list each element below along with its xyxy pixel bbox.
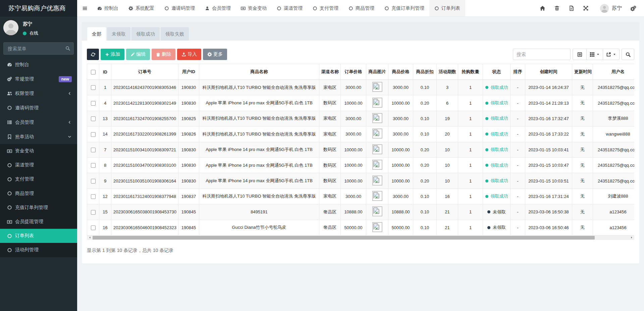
horizontal-scrollbar[interactable]: [87, 236, 634, 240]
column-header[interactable]: 商品折扣: [413, 64, 437, 80]
add-button[interactable]: 添加: [101, 49, 124, 60]
topbar-tab[interactable]: 商品管理: [343, 0, 379, 16]
sidebar-item[interactable]: 资金变动: [0, 144, 77, 158]
detail-view-button[interactable]: [573, 49, 587, 60]
new-badge: new: [59, 76, 72, 82]
column-header[interactable]: 渠道名称: [319, 64, 341, 80]
row-checkbox[interactable]: [91, 101, 96, 106]
column-header[interactable]: 用户ID: [178, 64, 199, 80]
sidebar-item[interactable]: 控制台: [0, 57, 77, 72]
sidebar-item[interactable]: 会员提现管理: [0, 215, 77, 229]
sidebar-item[interactable]: 渠道管理: [0, 158, 77, 172]
sidebar-item[interactable]: 充值订单列管理: [0, 201, 77, 215]
cell-product: 科沃斯扫地机器人T10 TURBO 智能全自动清洗 免洗尊享版: [199, 126, 319, 142]
sidebar-item[interactable]: 常规管理 new: [0, 72, 77, 86]
table-row[interactable]: 14 20230116173322001908261399 190826 科沃斯…: [87, 126, 635, 142]
table-row[interactable]: 12 20230116173124001908377948 190837 科沃斯…: [87, 189, 635, 204]
table-row[interactable]: 9 20230115100351001908306164 190830 Appl…: [87, 173, 635, 189]
status-label: 未领取: [493, 209, 506, 215]
menu-search-input[interactable]: [3, 42, 74, 55]
column-header[interactable]: 商品名称: [199, 64, 319, 80]
row-checkbox[interactable]: [91, 194, 96, 199]
filter-tab[interactable]: 领取失败: [161, 27, 189, 41]
refresh-button[interactable]: [87, 49, 99, 60]
export-button[interactable]: [603, 49, 620, 60]
sidebar-item[interactable]: 会员管理: [0, 115, 77, 129]
scrollbar-track[interactable]: [93, 236, 629, 240]
table-row[interactable]: 1 20230114162437001908305346 190830 科沃斯扫…: [87, 80, 635, 95]
topbar-tab[interactable]: 资金变动: [236, 0, 272, 16]
topbar-tab[interactable]: 支付管理: [308, 0, 343, 16]
scroll-right-arrow[interactable]: [629, 236, 634, 240]
table-row[interactable]: 4 20230114212813001908302149 190830 Appl…: [87, 95, 635, 111]
topbar-tab[interactable]: 系统配置: [123, 0, 159, 16]
edit-button[interactable]: 编辑: [126, 49, 150, 60]
sidebar-item[interactable]: 活动列管理: [0, 243, 77, 257]
broken-image-icon: [373, 161, 380, 168]
filter-tab[interactable]: 全部: [87, 27, 106, 41]
column-header[interactable]: ID: [99, 64, 111, 80]
sidebar-item[interactable]: 订单列表: [0, 229, 77, 243]
row-checkbox[interactable]: [91, 132, 96, 137]
row-checkbox[interactable]: [91, 85, 96, 90]
row-checkbox[interactable]: [91, 116, 96, 121]
topbar-tab[interactable]: 会员管理: [200, 0, 236, 16]
row-checkbox[interactable]: [91, 163, 96, 168]
scroll-left-arrow[interactable]: [87, 236, 93, 240]
column-header[interactable]: 商品图片: [366, 64, 388, 80]
sidebar-item[interactable]: 商品管理: [0, 187, 77, 201]
column-header[interactable]: 用户名: [593, 64, 635, 80]
filter-tab[interactable]: 未领取: [107, 27, 130, 41]
column-header[interactable]: 抢购数量: [458, 64, 483, 80]
table-row[interactable]: 16 20230306165046001908452323 190845 Guc…: [87, 220, 635, 235]
column-header[interactable]: 活动期数: [437, 64, 458, 80]
topbar-action-icon[interactable]: [579, 0, 593, 17]
row-checkbox[interactable]: [91, 148, 96, 152]
topbar-tab[interactable]: 邀请码管理: [159, 0, 200, 16]
column-header[interactable]: 商品价格: [388, 64, 413, 80]
product-image-placeholder: [372, 98, 382, 108]
topbar-tab-icon: [128, 6, 133, 11]
table-row[interactable]: 13 20230116173247001908255700 190825 科沃斯…: [87, 111, 635, 126]
column-header[interactable]: 订单价格: [341, 64, 366, 80]
topbar-action-icon[interactable]: [535, 0, 550, 17]
row-checkbox[interactable]: [91, 179, 96, 184]
table-row[interactable]: 7 20230115100341001908309721 190830 Appl…: [87, 142, 635, 157]
topbar-action-icon[interactable]: [564, 0, 579, 17]
scrollbar-thumb[interactable]: [93, 236, 595, 240]
sidebar-item[interactable]: 抢单活动: [0, 129, 77, 144]
column-header[interactable]: 排序: [511, 64, 525, 80]
select-all-checkbox[interactable]: [91, 70, 96, 74]
cell-channel: 奢品区: [319, 204, 341, 220]
row-select-cell: [87, 142, 99, 157]
sidebar-toggle-button[interactable]: [77, 0, 92, 16]
table-row[interactable]: 8 20230115100347001908303100 190830 Appl…: [87, 157, 635, 173]
more-button[interactable]: 更多: [203, 49, 227, 60]
cell-username: 刘建波888: [593, 189, 635, 204]
row-select-cell: [87, 95, 99, 111]
column-header[interactable]: 订单号: [111, 64, 178, 80]
sidebar-item[interactable]: 邀请码管理: [0, 101, 77, 115]
topbar-tab[interactable]: 渠道管理: [272, 0, 308, 16]
column-header[interactable]: 创建时间: [525, 64, 572, 80]
row-checkbox[interactable]: [91, 210, 96, 215]
settings-gears-icon[interactable]: [626, 0, 641, 17]
table-search-input[interactable]: [513, 49, 571, 60]
topbar-tab[interactable]: 控制台: [92, 0, 123, 16]
topbar-tab[interactable]: 订单列表: [429, 0, 465, 16]
row-checkbox[interactable]: [91, 225, 96, 230]
topbar-tab[interactable]: 充值订单列管理: [379, 0, 429, 16]
search-button[interactable]: [622, 49, 634, 60]
table-row[interactable]: 15 20230306165038001908453730 190845 849…: [87, 204, 635, 220]
column-header[interactable]: 状态: [483, 64, 511, 80]
topbar-user-menu[interactable]: 苏宁: [593, 4, 626, 13]
import-button[interactable]: 导入: [177, 49, 201, 60]
topbar-action-icon[interactable]: [550, 0, 564, 17]
columns-button[interactable]: [586, 49, 603, 60]
filter-tab[interactable]: 领取成功: [131, 27, 160, 41]
sidebar-item[interactable]: 权限管理: [0, 86, 77, 101]
sidebar-item[interactable]: 支付管理: [0, 172, 77, 186]
delete-button[interactable]: 删除: [152, 49, 175, 60]
column-header[interactable]: 更新时间: [572, 64, 593, 80]
cell-user-id: 190845: [178, 220, 199, 235]
